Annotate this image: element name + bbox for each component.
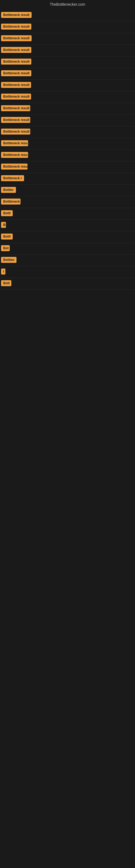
bottleneck-badge-2[interactable]: Bottleneck result xyxy=(1,24,31,30)
result-row-8: Bottleneck result xyxy=(0,91,135,103)
result-row-2: Bottleneck result xyxy=(0,22,135,33)
result-row-24: Bott xyxy=(0,278,135,290)
result-row-6: Bottleneck result xyxy=(0,68,135,80)
result-row-10: Bottleneck result xyxy=(0,115,135,126)
result-row-9: Bottleneck result xyxy=(0,103,135,115)
bottleneck-badge-24[interactable]: Bott xyxy=(1,280,11,286)
result-row-14: Bottleneck resu xyxy=(0,161,135,173)
result-row-22: Bottlen xyxy=(0,255,135,267)
bottleneck-badge-10[interactable]: Bottleneck result xyxy=(1,117,30,123)
result-row-23: I xyxy=(0,267,135,278)
bottleneck-badge-21[interactable]: Bot xyxy=(1,245,10,251)
result-row-19: B xyxy=(0,220,135,231)
result-row-20: Bottl xyxy=(0,231,135,243)
result-row-18: Bottl xyxy=(0,208,135,220)
bottleneck-badge-9[interactable]: Bottleneck result xyxy=(1,105,30,111)
results-container: Bottleneck resultBottleneck resultBottle… xyxy=(0,10,135,290)
bottleneck-badge-3[interactable]: Bottleneck result xyxy=(1,35,32,41)
result-row-3: Bottleneck result xyxy=(0,33,135,45)
bottleneck-badge-6[interactable]: Bottleneck result xyxy=(1,70,31,76)
result-row-1: Bottleneck result xyxy=(0,10,135,22)
bottleneck-badge-14[interactable]: Bottleneck resu xyxy=(1,163,28,169)
bottleneck-badge-23[interactable]: I xyxy=(1,269,5,275)
result-row-12: Bottleneck resu xyxy=(0,138,135,150)
result-row-15: Bottleneck r xyxy=(0,173,135,185)
bottleneck-badge-8[interactable]: Bottleneck result xyxy=(1,94,31,99)
bottleneck-badge-18[interactable]: Bottl xyxy=(1,210,13,216)
bottleneck-badge-19[interactable]: B xyxy=(1,222,6,228)
bottleneck-badge-11[interactable]: Bottleneck result xyxy=(1,129,30,134)
result-row-4: Bottleneck result xyxy=(0,45,135,56)
result-row-5: Bottleneck result xyxy=(0,56,135,68)
result-row-7: Bottleneck result xyxy=(0,80,135,91)
result-row-13: Bottleneck resu xyxy=(0,150,135,161)
bottleneck-badge-16[interactable]: Bottler xyxy=(1,187,16,193)
bottleneck-badge-17[interactable]: Bottleneck xyxy=(1,198,20,205)
bottleneck-badge-20[interactable]: Bottl xyxy=(1,234,13,240)
bottleneck-badge-4[interactable]: Bottleneck result xyxy=(1,47,31,53)
bottleneck-badge-5[interactable]: Bottleneck result xyxy=(1,59,31,65)
result-row-11: Bottleneck result xyxy=(0,126,135,138)
bottleneck-badge-7[interactable]: Bottleneck result xyxy=(1,82,31,88)
bottleneck-badge-1[interactable]: Bottleneck result xyxy=(1,12,32,18)
result-row-21: Bot xyxy=(0,243,135,255)
result-row-16: Bottler xyxy=(0,185,135,196)
site-title: TheBottlenecker.com xyxy=(0,0,135,9)
result-row-17: Bottleneck xyxy=(0,196,135,208)
bottleneck-badge-22[interactable]: Bottlen xyxy=(1,257,16,263)
bottleneck-badge-12[interactable]: Bottleneck resu xyxy=(1,140,28,146)
bottleneck-badge-13[interactable]: Bottleneck resu xyxy=(1,152,28,158)
bottleneck-badge-15[interactable]: Bottleneck r xyxy=(1,175,24,181)
